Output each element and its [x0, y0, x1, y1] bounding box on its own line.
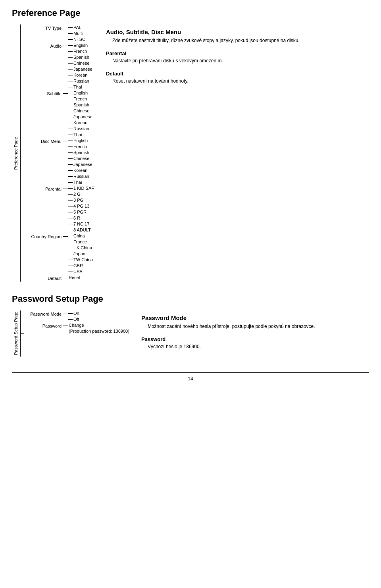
country-france: France	[68, 239, 93, 245]
disc-menu-vline	[68, 141, 68, 183]
subtitle-row: Subtitle English French Spanish Chinese …	[25, 90, 94, 138]
subtitle-english: English	[68, 90, 92, 96]
password-setup-page-vertical-label: Password Setup Page	[12, 310, 21, 357]
parental-info: Parental Nastavte při přehrávání disku s…	[106, 50, 369, 64]
country-japan: Japan	[68, 251, 93, 257]
disc-menu-russian: Russian	[68, 174, 92, 179]
subtitle-vline	[68, 93, 68, 135]
parental-7: 7 NC 17	[68, 221, 94, 227]
outer-hline	[21, 153, 24, 153]
audio-subtitle-disc-menu-info: Audio, Subtitle, Disc Menu Zde můžete na…	[106, 29, 369, 44]
password-info-text: Výchozí heslo je 136900.	[148, 343, 369, 350]
audio-row: Audio English French Spanish Chinese Jap…	[25, 42, 94, 90]
parental-info-heading: Parental	[106, 50, 369, 56]
disc-menu-hline	[63, 141, 68, 141]
password-tree-section: Password Setup Page Password Mode On Off	[12, 310, 129, 357]
country-region-hline	[63, 236, 68, 237]
password-mode-off: Off	[68, 316, 79, 322]
preference-page: Preference Page Preference Page TV Type	[12, 8, 369, 282]
parental-3: 3 PG	[68, 197, 94, 203]
subtitle-russian: Russian	[68, 126, 92, 132]
subtitle-branch: English French Spanish Chinese Japanese …	[68, 90, 92, 138]
password-setup-page: Password Setup Page Password Setup Page …	[12, 294, 369, 357]
disc-menu-thai: Thai	[68, 179, 92, 185]
password-info-section: Password Mode Možnost zadání nového hesl…	[141, 310, 369, 357]
audio-french: French	[68, 48, 92, 54]
audio-korean: Korean	[68, 72, 92, 78]
subtitle-thai: Thai	[68, 132, 92, 138]
audio-vline	[68, 45, 68, 87]
password-outer-hline	[21, 333, 24, 334]
country-china: China	[68, 233, 93, 239]
parental-info-text: Nastavte při přehrávání disku s věkovým …	[112, 57, 369, 64]
country-tw-china: TW China	[68, 257, 93, 263]
audio-label: Audio	[25, 42, 63, 50]
password-vert-label-wrapper: Password Setup Page	[12, 310, 24, 357]
country-usa: USA	[68, 269, 93, 275]
password-mode-info: Password Mode Možnost zadání nového hesl…	[141, 314, 369, 330]
ntsc-hline	[68, 39, 73, 40]
disc-menu-japanese: Japanese	[68, 162, 92, 168]
tv-type-vline	[68, 27, 68, 40]
audio-subtitle-disc-menu-heading: Audio, Subtitle, Disc Menu	[106, 29, 369, 35]
disc-menu-english: English	[68, 138, 92, 144]
audio-subtitle-disc-menu-text: Zde můžete nastavit titulky, různé zvuko…	[112, 37, 369, 44]
subtitle-chinese: Chinese	[68, 108, 92, 114]
audio-thai: Thai	[68, 84, 92, 90]
tv-type-label: TV Type	[25, 25, 63, 32]
password-info: Password Výchozí heslo je 136900.	[141, 336, 369, 350]
disc-menu-branch: English French Spanish Chinese Japanese …	[68, 138, 92, 185]
password-branch: Change (Production password: 136900)	[68, 322, 129, 334]
subtitle-spanish: Spanish	[68, 102, 92, 108]
password-mode-label: Password Mode	[25, 310, 63, 318]
disc-menu-chinese: Chinese	[68, 156, 92, 162]
tree-item-ntsc: NTSC	[68, 37, 85, 42]
password-change: Change	[68, 322, 129, 328]
default-info-text: Reset nastavení na tovární hodnoty.	[112, 77, 369, 85]
password-mode-row: Password Mode On Off	[25, 310, 129, 322]
parental-4: 4 PG 13	[68, 203, 94, 209]
password-mode-on: On	[68, 310, 79, 316]
password-mode-info-text: Možnost zadání nového hesla přístroje, p…	[148, 323, 369, 330]
password-conn-hline	[63, 326, 68, 326]
password-mode-vline	[68, 313, 68, 320]
audio-spanish: Spanish	[68, 54, 92, 60]
default-reset: Reset	[68, 275, 80, 281]
subtitle-hline	[63, 93, 68, 94]
password-mode-conn-hline	[63, 314, 68, 314]
password-mode-branch: On Off	[68, 310, 79, 322]
audio-chinese: Chinese	[68, 60, 92, 66]
tv-type-hline	[63, 28, 68, 28]
parental-5: 5 PGR	[68, 209, 94, 215]
preference-page-vertical-label: Preference Page	[12, 25, 21, 282]
password-mode-info-heading: Password Mode	[141, 314, 369, 321]
password-label: Password	[25, 322, 63, 330]
tv-type-row: TV Type PAL Multi	[25, 25, 94, 42]
default-row: Default Reset	[25, 275, 94, 282]
default-branch: Reset	[68, 275, 80, 282]
subtitle-korean: Korean	[68, 120, 92, 126]
subtitle-japanese: Japanese	[68, 114, 92, 120]
country-hk-china: HK China	[68, 245, 93, 251]
tree-item-multi: Multi	[68, 31, 85, 37]
audio-hline	[63, 46, 68, 46]
subtitle-label: Subtitle	[25, 90, 63, 97]
password-production: (Production password: 136900)	[68, 328, 129, 334]
multi-hline	[68, 33, 73, 34]
default-label: Default	[25, 275, 63, 282]
password-setup-page-title: Password Setup Page	[12, 294, 369, 304]
preference-page-title: Preference Page	[12, 8, 369, 18]
parental-8: 8 ADULT	[68, 227, 94, 233]
subtitle-french: French	[68, 96, 92, 102]
default-info: Default Reset nastavení na tovární hodno…	[106, 71, 369, 85]
audio-branch: English French Spanish Chinese Japanese …	[68, 42, 92, 90]
parental-6: 6 R	[68, 215, 94, 221]
country-region-label: Country Region	[25, 233, 63, 240]
password-tree: Password Mode On Off Password Change	[25, 310, 129, 357]
default-hline	[63, 278, 68, 278]
disc-menu-spanish: Spanish	[68, 150, 92, 156]
country-region-row: Country Region China France HK China Jap…	[25, 233, 94, 275]
password-row: Password Change (Production password: 13…	[25, 322, 129, 334]
tv-type-branch: PAL Multi NTSC	[68, 25, 85, 42]
preference-info-section: Audio, Subtitle, Disc Menu Zde můžete na…	[106, 25, 369, 282]
